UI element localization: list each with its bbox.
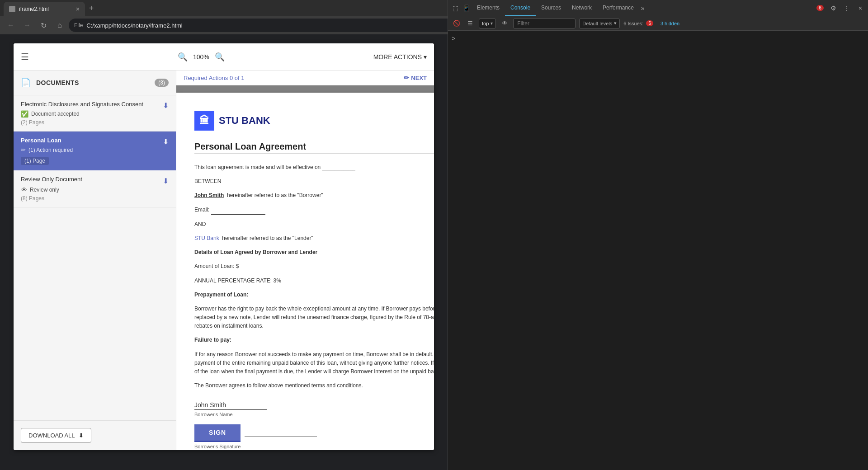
sidebar-item-electronic-disclosures[interactable]: Electronic Disclosures and Signatures Co… bbox=[14, 95, 176, 132]
zoom-out-button[interactable]: 🔍 bbox=[178, 52, 188, 62]
bank-header: 🏛 STU BANK Banking Made Better CALL 1-88… bbox=[194, 111, 434, 131]
bank-name: STU BANK bbox=[219, 115, 270, 127]
devtools-close-button[interactable]: × bbox=[854, 2, 866, 14]
sidebar-item-review-only[interactable]: Review Only Document ⬇ 👁 Review only (8)… bbox=[14, 170, 176, 207]
doc1-download-icon[interactable]: ⬇ bbox=[163, 101, 169, 110]
details-title: Details of Loan Agreed by Borrower and L… bbox=[194, 248, 434, 257]
next-label: NEXT bbox=[411, 75, 427, 81]
document-nav-bar: Required Actions 0 of 1 ✏ NEXT bbox=[176, 70, 434, 85]
doc3-status-text: Review only bbox=[30, 187, 59, 193]
console-filter-input[interactable] bbox=[517, 20, 571, 27]
hamburger-menu-button[interactable]: ☰ bbox=[21, 52, 29, 62]
sign-btn-container: SIGN bbox=[194, 424, 434, 442]
signature-line bbox=[245, 428, 317, 437]
new-tab-button[interactable]: + bbox=[85, 2, 98, 14]
zoom-in-button[interactable]: 🔍 bbox=[215, 52, 225, 62]
app-header: ☰ 🔍 100% 🔍 MORE ACTIONS ▾ bbox=[14, 43, 434, 70]
doc-borrower-name: John Smith hereinafter referred to as th… bbox=[194, 191, 434, 200]
devtools-panel: ⬚ 📱 Elements Console Sources Network Per… bbox=[448, 0, 868, 470]
app-container: ☰ 🔍 100% 🔍 MORE ACTIONS ▾ 📄 DOCUMENTS (3… bbox=[14, 43, 434, 450]
back-button[interactable]: ← bbox=[4, 18, 18, 33]
doc-and: AND bbox=[194, 220, 434, 229]
sidebar-footer: DOWNLOAD ALL ⬇ bbox=[14, 420, 176, 450]
doc3-name: Review Only Document bbox=[21, 176, 82, 183]
forward-button[interactable]: → bbox=[20, 18, 34, 33]
failure-text: If for any reason Borrower not succeeds … bbox=[194, 350, 434, 376]
tab-elements[interactable]: Elements bbox=[472, 0, 505, 16]
tab-close-button[interactable]: × bbox=[76, 5, 80, 13]
issues-count: 6 bbox=[646, 20, 653, 26]
doc-email: Email: bbox=[194, 206, 434, 215]
issues-button[interactable]: 6 Issues: 6 bbox=[623, 20, 653, 26]
required-actions-link[interactable]: Required Actions 0 of 1 bbox=[184, 75, 244, 81]
console-filter-input-container[interactable] bbox=[513, 19, 576, 28]
browser-tab[interactable]: iframe2.html × bbox=[4, 2, 85, 16]
apr-label: ANNUAL PERCENTAGE RATE: 3% bbox=[194, 277, 434, 285]
sign-button[interactable]: SIGN bbox=[194, 424, 241, 442]
console-clear-button[interactable]: 🚫 bbox=[452, 19, 462, 28]
home-button[interactable]: ⌂ bbox=[52, 18, 67, 33]
default-levels-dropdown[interactable]: Default levels ▾ bbox=[579, 19, 620, 28]
doc-intro: This loan agreement is made and will be … bbox=[194, 163, 434, 172]
devtools-inspect-button[interactable]: ⬚ bbox=[450, 3, 461, 14]
tab-title: iframe2.html bbox=[19, 6, 72, 12]
tab-network[interactable]: Network bbox=[566, 0, 597, 16]
zoom-level-display: 100% bbox=[193, 53, 209, 61]
app-body: 📄 DOCUMENTS (3) Electronic Disclosures a… bbox=[14, 70, 434, 450]
more-actions-label: MORE ACTIONS bbox=[373, 53, 422, 61]
document-page: 🏛 STU BANK Banking Made Better CALL 1-88… bbox=[176, 93, 434, 450]
doc-lender-name[interactable]: STU Bank bbox=[194, 235, 219, 241]
reload-button[interactable]: ↻ bbox=[36, 18, 51, 33]
doc1-name: Electronic Disclosures and Signatures Co… bbox=[21, 101, 143, 108]
console-context-selector[interactable]: top ▾ bbox=[479, 19, 496, 28]
doc2-edit-icon: ✏ bbox=[21, 146, 26, 153]
doc3-eye-icon: 👁 bbox=[21, 186, 27, 193]
document-body: This loan agreement is made and will be … bbox=[194, 163, 434, 390]
devtools-device-button[interactable]: 📱 bbox=[461, 3, 472, 14]
doc1-pages: (2) Pages bbox=[21, 119, 169, 126]
console-filter-icon: ☰ bbox=[465, 19, 475, 28]
bank-logo: 🏛 STU BANK bbox=[194, 111, 270, 131]
download-all-label: DOWNLOAD ALL bbox=[28, 432, 75, 439]
doc2-download-icon[interactable]: ⬇ bbox=[163, 137, 169, 146]
address-url: C:/xampp/htdocs/notary/iframe2.html bbox=[86, 22, 182, 29]
documents-icon: 📄 bbox=[21, 78, 31, 88]
documents-count: (3) bbox=[155, 79, 169, 87]
document-title: Personal Loan Agreement bbox=[194, 141, 434, 154]
doc-lender-label: hereinafter referred to as the "Lender" bbox=[222, 235, 313, 241]
doc2-pages: (1) Page bbox=[21, 157, 49, 165]
doc3-download-icon[interactable]: ⬇ bbox=[163, 177, 169, 185]
sign-section: John Smith Borrower's Name SIGN Borrower… bbox=[194, 401, 434, 449]
doc3-status-row: 👁 Review only bbox=[21, 186, 169, 193]
header-center: 🔍 100% 🔍 bbox=[36, 52, 366, 62]
doc3-pages: (8) Pages bbox=[21, 195, 169, 202]
document-viewer: Required Actions 0 of 1 ✏ NEXT 🏛 STU BAN… bbox=[176, 70, 434, 450]
issues-count-badge[interactable]: 6 bbox=[814, 2, 826, 14]
bank-logo-icon: 🏛 bbox=[194, 111, 214, 131]
next-button[interactable]: ✏ NEXT bbox=[404, 74, 427, 81]
amount-label: Amount of Loan: $ bbox=[194, 262, 434, 271]
more-actions-button[interactable]: MORE ACTIONS ▾ bbox=[373, 53, 427, 61]
borrower-name-label: Borrower's Name bbox=[194, 412, 434, 417]
issues-badge: 6 bbox=[816, 5, 824, 11]
tab-sources[interactable]: Sources bbox=[536, 0, 566, 16]
tab-console[interactable]: Console bbox=[505, 0, 536, 16]
doc-borrower-label: hereinafter referred to as the "Borrower… bbox=[227, 192, 323, 198]
tab-performance[interactable]: Performance bbox=[597, 0, 639, 16]
more-actions-chevron-icon: ▾ bbox=[424, 53, 427, 61]
devtools-tabs: ⬚ 📱 Elements Console Sources Network Per… bbox=[448, 0, 868, 16]
doc2-name: Personal Loan bbox=[21, 137, 61, 144]
download-all-button[interactable]: DOWNLOAD ALL ⬇ bbox=[21, 428, 91, 443]
devtools-more-options-button[interactable]: ⋮ bbox=[841, 2, 853, 14]
hidden-count-button[interactable]: 3 hidden bbox=[660, 21, 679, 26]
console-prompt-icon: > bbox=[452, 35, 455, 42]
address-lock-icon: File bbox=[74, 22, 83, 28]
sidebar-item-personal-loan[interactable]: Personal Loan ⬇ ✏ (1) Action required (1… bbox=[14, 132, 176, 170]
doc1-status-text: Document accepted bbox=[31, 111, 80, 117]
sidebar: 📄 DOCUMENTS (3) Electronic Disclosures a… bbox=[14, 70, 176, 450]
console-eye-button[interactable]: 👁 bbox=[500, 19, 509, 28]
signature-label: Borrower's Signature bbox=[194, 444, 434, 449]
devtools-more-tabs-button[interactable]: » bbox=[639, 5, 646, 12]
devtools-settings-button[interactable]: ⚙ bbox=[827, 2, 839, 14]
issues-label: 6 Issues: bbox=[623, 21, 643, 26]
